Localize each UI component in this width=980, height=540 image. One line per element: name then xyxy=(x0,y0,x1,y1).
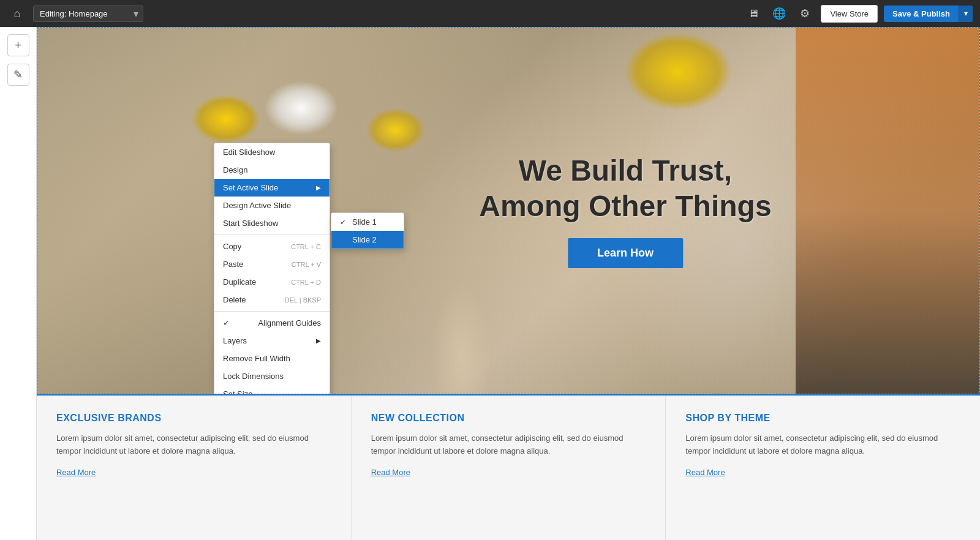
submenu-arrow-icon: ▶ xyxy=(316,184,321,191)
submenu-item-slide2[interactable]: Slide 2 xyxy=(331,231,404,249)
menu-label-set-active-slide: Set Active Slide xyxy=(223,183,278,192)
hero-title-line1: We Build Trust, xyxy=(519,154,732,187)
page-selector[interactable]: Editing: Homepage xyxy=(33,6,143,22)
hero-title: We Build Trust, Among Other Things xyxy=(479,153,771,223)
section-card-shop-by-theme: SHOP BY THEME Lorem ipsum dolor sit amet… xyxy=(666,396,980,540)
topbar-left: ⌂ Editing: Homepage xyxy=(7,4,143,23)
shop-by-theme-text: Lorem ipsum dolor sit amet, consectetur … xyxy=(685,432,960,458)
menu-divider-1 xyxy=(214,234,330,235)
submenu-label-slide1: Slide 1 xyxy=(352,217,377,227)
menu-item-layers[interactable]: Layers ▶ xyxy=(214,332,330,350)
gear-icon[interactable]: ⚙ xyxy=(795,4,815,23)
submenu-label-slide2: Slide 2 xyxy=(352,235,377,244)
main-content: We Build Trust, Among Other Things Learn… xyxy=(37,27,980,540)
menu-shortcut-delete: DEL | BKSP xyxy=(285,296,321,304)
new-collection-title: NEW COLLECTION xyxy=(371,413,646,424)
menu-divider-2 xyxy=(214,311,330,312)
menu-label-set-size: Set Size xyxy=(223,389,252,394)
slide1-check-icon: ✓ xyxy=(340,218,349,227)
exclusive-brands-text: Lorem ipsum dolor sit amet, consectetur … xyxy=(56,432,331,458)
context-menu: Edit Slideshow Design Set Active Slide ▶… xyxy=(214,143,330,394)
exclusive-brands-title: EXCLUSIVE BRANDS xyxy=(56,413,331,424)
menu-shortcut-duplicate: CTRL + D xyxy=(291,279,321,286)
shop-by-theme-read-more[interactable]: Read More xyxy=(685,468,725,477)
monitor-icon[interactable]: 🖥 xyxy=(744,4,763,23)
layers-arrow-icon: ▶ xyxy=(316,337,321,344)
menu-label-delete: Delete xyxy=(223,295,246,304)
menu-item-alignment-guides[interactable]: ✓ Alignment Guides xyxy=(214,314,330,332)
menu-label-edit-slideshow: Edit Slideshow xyxy=(223,148,275,157)
menu-shortcut-copy: CTRL + C xyxy=(291,243,321,250)
learn-how-button[interactable]: Learn How xyxy=(568,238,683,268)
menu-item-remove-full-width[interactable]: Remove Full Width xyxy=(214,350,330,367)
menu-label-copy: Copy xyxy=(223,242,241,251)
new-collection-text: Lorem ipsum dolor sit amet, consectetur … xyxy=(371,432,646,458)
menu-item-duplicate[interactable]: Duplicate CTRL + D xyxy=(214,273,330,291)
menu-item-design-active-slide[interactable]: Design Active Slide xyxy=(214,197,330,214)
menu-label-duplicate: Duplicate xyxy=(223,277,256,287)
menu-item-copy[interactable]: Copy CTRL + C xyxy=(214,238,330,255)
menu-item-delete[interactable]: Delete DEL | BKSP xyxy=(214,291,330,309)
menu-item-design[interactable]: Design xyxy=(214,161,330,179)
menu-item-lock-dimensions[interactable]: Lock Dimensions xyxy=(214,367,330,385)
home-icon[interactable]: ⌂ xyxy=(7,4,27,23)
menu-label-design-active-slide: Design Active Slide xyxy=(223,201,291,210)
menu-label-remove-full-width: Remove Full Width xyxy=(223,354,290,363)
menu-shortcut-paste: CTRL + V xyxy=(292,261,321,268)
save-publish-button[interactable]: Save & Publish xyxy=(884,6,959,22)
hero-title-line2: Among Other Things xyxy=(479,190,771,222)
menu-item-set-active-slide[interactable]: Set Active Slide ▶ ✓ Slide 1 Slide 2 xyxy=(214,179,330,197)
save-publish-group: Save & Publish ▾ xyxy=(884,6,973,22)
exclusive-brands-read-more[interactable]: Read More xyxy=(56,468,96,477)
menu-item-paste[interactable]: Paste CTRL + V xyxy=(214,255,330,273)
globe-icon[interactable]: 🌐 xyxy=(769,4,789,23)
menu-item-edit-slideshow[interactable]: Edit Slideshow xyxy=(214,143,330,161)
left-sidebar: + ✎ xyxy=(0,27,37,540)
hero-machinery xyxy=(796,28,979,394)
menu-label-layers: Layers xyxy=(223,336,247,345)
menu-label-start-slideshow: Start Slideshow xyxy=(223,219,278,228)
bottom-sections: EXCLUSIVE BRANDS Lorem ipsum dolor sit a… xyxy=(37,394,980,540)
editing-dropdown-wrap: Editing: Homepage xyxy=(33,6,143,22)
submenu-item-slide1[interactable]: ✓ Slide 1 xyxy=(331,213,404,231)
view-store-button[interactable]: View Store xyxy=(821,5,878,23)
menu-label-lock-dimensions: Lock Dimensions xyxy=(223,372,284,381)
alignment-check-icon: ✓ xyxy=(223,318,230,328)
submenu-slides: ✓ Slide 1 Slide 2 xyxy=(331,212,404,249)
add-element-button[interactable]: + xyxy=(7,34,29,56)
section-card-new-collection: NEW COLLECTION Lorem ipsum dolor sit ame… xyxy=(352,396,666,540)
menu-label-paste: Paste xyxy=(223,260,243,269)
topbar-right: 🖥 🌐 ⚙ View Store Save & Publish ▾ xyxy=(744,4,973,23)
topbar: ⌂ Editing: Homepage 🖥 🌐 ⚙ View Store Sav… xyxy=(0,0,980,27)
edit-element-button[interactable]: ✎ xyxy=(7,64,29,86)
menu-item-start-slideshow[interactable]: Start Slideshow xyxy=(214,214,330,232)
new-collection-read-more[interactable]: Read More xyxy=(371,468,410,477)
menu-label-design: Design xyxy=(223,165,247,174)
hero-text-area: We Build Trust, Among Other Things Learn… xyxy=(479,153,771,268)
save-publish-dropdown-button[interactable]: ▾ xyxy=(959,6,973,22)
menu-label-alignment-guides: Alignment Guides xyxy=(258,318,321,328)
section-card-exclusive-brands: EXCLUSIVE BRANDS Lorem ipsum dolor sit a… xyxy=(37,396,352,540)
menu-item-set-size[interactable]: Set Size xyxy=(214,385,330,394)
hero-section[interactable]: We Build Trust, Among Other Things Learn… xyxy=(37,27,980,394)
shop-by-theme-title: SHOP BY THEME xyxy=(685,413,960,424)
canvas-area: + ✎ We Build Trust, Among Other Things L… xyxy=(0,27,980,540)
